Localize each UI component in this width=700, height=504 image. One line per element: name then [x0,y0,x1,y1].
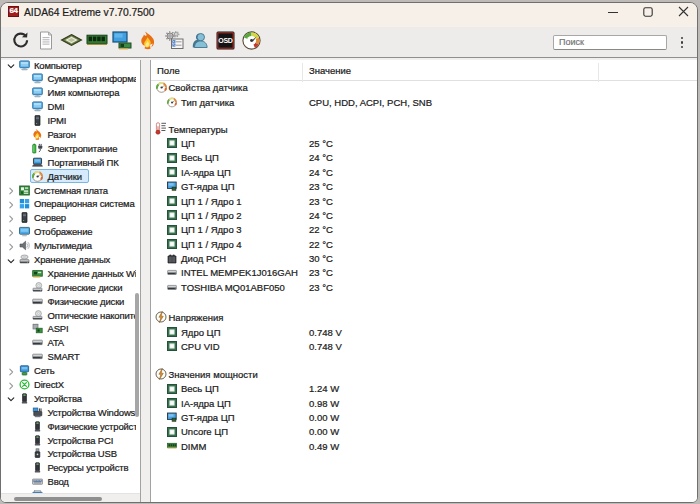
content-row[interactable]: ЦП 1 / Ядро 123 °C [151,194,697,208]
sidebar-item[interactable]: Операционная система [1,197,136,211]
sidebar-item[interactable]: Сервер [1,211,136,225]
sidebar-item[interactable]: DMI [1,100,136,114]
report-button[interactable] [36,31,56,53]
benchmark-button[interactable] [138,31,158,53]
refresh-button[interactable] [10,31,30,53]
sidebar-item[interactable]: SMART [1,350,136,364]
row-value: 25 °C [309,138,333,149]
sidebar-item[interactable]: Ресурсы устройств [1,461,136,475]
sidebar-item[interactable]: ATA [1,336,136,350]
content-row[interactable]: TOSHIBA MQ01ABF05023 °C [151,280,697,294]
sidebar-item[interactable]: Логические диски [1,280,136,294]
sidebar-item[interactable]: Устройства PCI [1,433,136,447]
row-value: 22 °C [309,239,333,250]
cpu-icon [167,153,177,163]
sidebar-item[interactable]: Мультимедиа [1,239,136,253]
row-label: Диод PCH [181,253,226,264]
cpu-icon [167,427,177,437]
row-value: CPU, HDD, ACPI, PCH, SNB [309,97,432,108]
content-row[interactable]: IA-ядра ЦП24 °C [151,165,697,179]
memory-button[interactable] [87,31,107,53]
gaugebig-icon [242,31,261,54]
row-value: 0.98 W [309,398,339,409]
content-row[interactable]: GT-ядра ЦП0.00 W [151,410,697,424]
sensor-panel-button[interactable] [241,31,261,53]
content-row[interactable]: INTEL MEMPEK1J016GAH23 °C [151,266,697,280]
sidebar-item[interactable]: ASPI [1,322,136,336]
sidebar-item[interactable]: Устройства Windows [1,405,136,419]
content-row[interactable]: DIMM0.49 W [151,439,697,453]
content-row[interactable]: Ядро ЦП0.748 V [151,325,697,339]
sidebar-item[interactable]: Суммарная информация [1,72,136,86]
content-row[interactable]: ЦП 1 / Ядро 322 °C [151,223,697,237]
cpu-icon [167,341,177,351]
user-info-button[interactable] [190,31,210,53]
sidebar-item[interactable]: Имя компьютера [1,86,136,100]
content-row[interactable]: ЦП 1 / Ядро 422 °C [151,237,697,251]
sidebar-item[interactable]: Хранение данных Windows [1,266,136,280]
content-row[interactable]: IA-ядра ЦП0.98 W [151,396,697,410]
content-rows: Свойства датчикаТип датчикаCPU, HDD, ACP… [151,81,697,454]
content-row[interactable]: Весь ЦП1.24 W [151,382,697,396]
content-row[interactable]: GT-ядра ЦП23 °C [151,179,697,193]
column-separator-2[interactable] [598,63,599,82]
overflow-menu-button[interactable] [675,35,689,50]
server-icon [19,212,30,223]
content-row[interactable]: Тип датчикаCPU, HDD, ACPI, PCH, SNB [151,95,697,109]
search-input[interactable] [553,35,667,50]
cpuid-button[interactable] [61,31,81,53]
display-adapter-button[interactable] [113,31,133,53]
devicewin-icon [32,407,43,418]
content-row[interactable]: ЦП 1 / Ядро 224 °C [151,208,697,222]
sidebar-item-label: Хранение данных [34,254,110,265]
minimize-button[interactable] [596,3,631,20]
sidebar-item[interactable]: Ввод [1,475,136,489]
sidebar-item[interactable]: Физические устройства [1,419,136,433]
row-label: ЦП 1 / Ядро 3 [181,224,242,235]
device-icon [19,393,30,404]
content-row[interactable]: Диод PCH30 °C [151,251,697,265]
sidebar-horizontal-scrollbar-thumb[interactable] [14,497,102,501]
row-value: 0.00 W [309,426,339,437]
content-row[interactable]: CPU VID0.748 V [151,339,697,353]
osd-button[interactable]: OSD [216,31,236,53]
column-header-field[interactable]: Поле [157,65,180,76]
sidebar-item[interactable]: Портативный ПК [1,155,136,169]
content-group-header: Напряжения [151,310,697,324]
cpu-icon [167,196,177,206]
sidebar-item[interactable]: Оптические накопители [1,308,136,322]
sidebar-item[interactable]: Устройства [1,391,136,405]
content-header: Поле Значение [151,60,697,81]
maximize-button[interactable] [631,3,666,20]
sidebar-item[interactable]: Отображение [1,225,136,239]
sidebar-item[interactable]: IPMI [1,114,136,128]
sidebar-item[interactable]: Электропитание [1,141,136,155]
row-value: 0.49 W [309,441,339,452]
content-row[interactable]: Uncore ЦП0.00 W [151,425,697,439]
sidebar-item[interactable]: Компьютер [1,60,136,72]
sidebar-item[interactable]: Физические диски [1,294,136,308]
sidebar-item[interactable]: Устройства USB [1,447,136,461]
sidebar-item[interactable]: Системная плата [1,183,136,197]
content-row[interactable]: Весь ЦП24 °C [151,151,697,165]
sidebar-item[interactable]: Сеть [1,364,136,378]
content-row[interactable]: ЦП25 °C [151,136,697,150]
sidebar-item[interactable]: DirectX [1,378,136,392]
column-header-value[interactable]: Значение [309,65,351,76]
sidebar-item-label: Ресурсы устройств [48,462,129,473]
close-button[interactable] [666,3,699,20]
sidebar-horizontal-scrollbar[interactable] [1,493,140,502]
window-controls [596,3,699,20]
row-label: GT-ядра ЦП [181,181,235,192]
preferences-button[interactable] [164,31,184,53]
sidebar-item-label: Мультимедиа [34,240,92,251]
column-separator[interactable] [302,63,303,82]
gpu-icon [167,182,177,192]
row-value: 1.24 W [309,383,339,394]
sidebar-item[interactable]: Хранение данных [1,253,136,267]
sidebar-vertical-scrollbar[interactable] [135,293,139,417]
sidebar-item[interactable]: Разгон [1,128,136,142]
sidebar-item[interactable]: Датчики [1,169,136,183]
sidebar-panel: КомпьютерСуммарная информацияИмя компьют… [1,60,141,502]
monitor-icon [19,60,30,71]
